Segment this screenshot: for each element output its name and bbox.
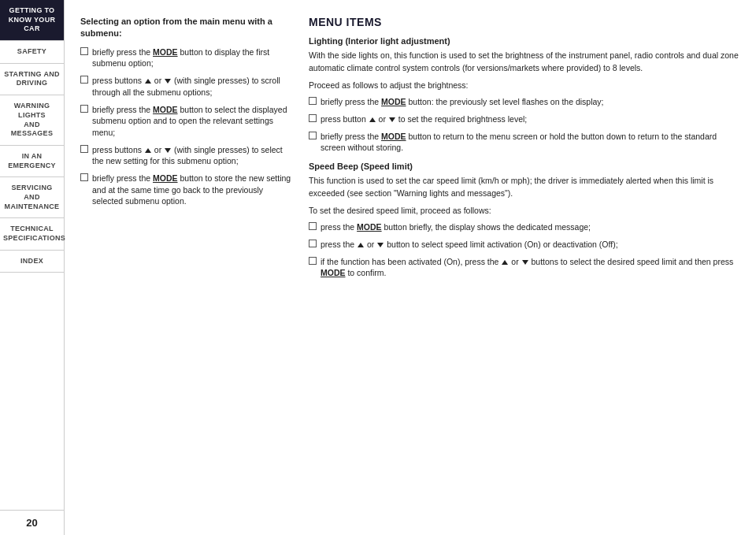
bullet-checkbox [309,240,317,247]
subsection-title: Lighting (Interior light adjustment) [309,36,743,46]
section-lighting: Lighting (Interior light adjustment)With… [309,36,743,154]
sidebar-item-index[interactable]: INDEX [0,251,64,273]
bullet-text: press buttons or (with single presses) t… [92,144,293,167]
bullet-checkbox [80,105,88,113]
list-item: briefly press the MODE button to select … [80,104,293,139]
bullet-text: briefly press the MODE button to return … [321,131,743,154]
main-content: Selecting an option from the main menu w… [65,0,756,535]
bullet-checkbox [80,76,88,84]
list-item: press the or button to select speed limi… [309,239,743,251]
bullet-list: press the MODE button briefly, the displ… [309,221,743,279]
bullet-text: briefly press the MODE button to select … [92,104,293,139]
sidebar-item-getting-to-know[interactable]: GETTING TO KNOW YOUR CAR [0,0,64,41]
sidebar: GETTING TO KNOW YOUR CARSAFETYSTARTING A… [0,0,65,535]
list-item: press button or to set the required brig… [309,113,743,125]
menu-items-title: MENU ITEMS [309,16,743,28]
list-item: press buttons or (with single presses) t… [80,75,293,98]
bullet-text: press the MODE button briefly, the displ… [321,221,743,233]
left-column-heading: Selecting an option from the main menu w… [80,16,293,40]
bullet-text: press buttons or (with single presses) t… [92,75,293,98]
bullet-list: briefly press the MODE button: the previ… [309,96,743,154]
subsection-title: Speed Beep (Speed limit) [309,162,743,171]
list-item: briefly press the MODE button: the previ… [309,96,743,108]
bullet-checkbox [309,132,317,139]
bullet-checkbox [80,47,88,55]
paragraph: With the side lights on, this function i… [309,50,743,75]
list-item: briefly press the MODE button to display… [80,46,293,69]
bullet-checkbox [309,257,317,265]
page-number: 20 [0,510,64,535]
sidebar-item-starting-driving[interactable]: STARTING AND DRIVING [0,64,64,95]
page-container: GETTING TO KNOW YOUR CARSAFETYSTARTING A… [0,0,756,535]
bullet-text: if the function has been activated (On),… [321,256,743,279]
section-speed-beep: Speed Beep (Speed limit)This function is… [309,162,743,279]
list-item: press buttons or (with single presses) t… [80,144,293,167]
right-column: MENU ITEMS Lighting (Interior light adju… [309,16,743,527]
sidebar-item-technical[interactable]: TECHNICAL SPECIFICATIONS [0,218,64,250]
paragraph: Proceed as follows to adjust the brightn… [309,80,743,92]
left-column: Selecting an option from the main menu w… [80,16,293,527]
bullet-text: press button or to set the required brig… [321,113,743,125]
bullet-text: press the or button to select speed limi… [321,239,743,251]
bullet-checkbox [80,173,88,181]
bullet-text: briefly press the MODE button to store t… [92,173,293,207]
paragraph: This function is used to set the car spe… [309,175,743,200]
sidebar-item-warning-lights[interactable]: WARNING LIGHTS AND MESSAGES [0,95,64,146]
sidebar-item-safety[interactable]: SAFETY [0,41,64,64]
list-item: press the MODE button briefly, the displ… [309,221,743,233]
bullet-text: briefly press the MODE button to display… [92,46,293,69]
bullet-checkbox [309,114,317,122]
bullet-checkbox [80,145,88,153]
left-bullet-list: briefly press the MODE button to display… [80,46,293,207]
bullet-checkbox [309,222,317,230]
bullet-text: briefly press the MODE button: the previ… [321,96,743,108]
list-item: briefly press the MODE button to return … [309,131,743,154]
sidebar-item-emergency[interactable]: IN AN EMERGENCY [0,146,64,177]
sidebar-item-servicing[interactable]: SERVICING AND MAINTENANCE [0,177,64,218]
paragraph: To set the desired speed limit, proceed … [309,205,743,217]
list-item: if the function has been activated (On),… [309,256,743,279]
list-item: briefly press the MODE button to store t… [80,173,293,207]
bullet-checkbox [309,97,317,105]
